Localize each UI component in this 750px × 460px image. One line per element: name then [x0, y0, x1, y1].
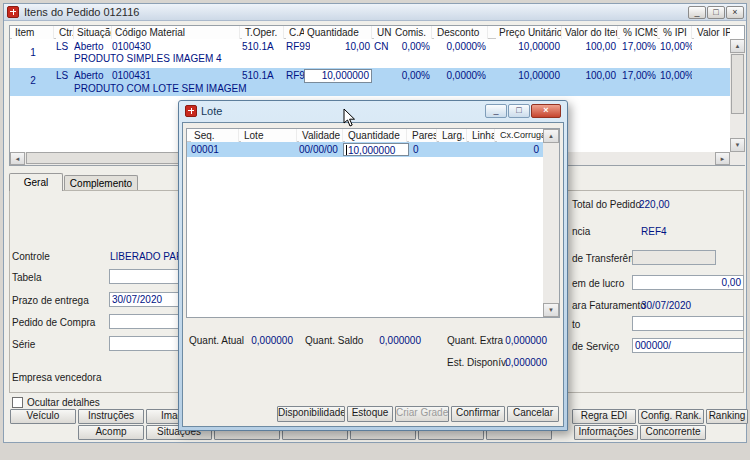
cell-linha [469, 144, 495, 156]
ocultar-detalhes-label: Ocultar detalhes [27, 397, 100, 408]
tabela-input[interactable] [109, 269, 179, 284]
column-header-pares[interactable]: Pares [409, 129, 437, 142]
empresa-vencedora-label: Empresa vencedora [12, 372, 102, 383]
column-header-quantidade[interactable]: Quantidade [304, 26, 372, 39]
column-header-preco[interactable]: Preço Unitário [496, 26, 562, 39]
minimize-button[interactable]: _ [485, 104, 507, 118]
maximize-button[interactable]: □ [707, 6, 725, 19]
grid-row-2-selected[interactable]: 2 LS Aberto 0100431 510.1A RF99 10,00000… [10, 68, 730, 96]
instrucoes-button[interactable]: Instruções [78, 409, 144, 424]
column-header-valor-item[interactable]: Valor do Item [562, 26, 618, 39]
prazo-entrega-input[interactable]: 30/07/2020 [109, 292, 179, 307]
column-header-desconto[interactable]: Desconto [434, 26, 488, 39]
column-header-seq[interactable]: Seq. [191, 129, 239, 142]
cell-icms: 17,00% [620, 41, 658, 53]
concorrente-button[interactable]: Concorrente [640, 425, 706, 440]
tabela-label: Tabela [12, 272, 41, 283]
tab-complemento[interactable]: Complemento [64, 175, 138, 191]
confirmar-button[interactable]: Confirmar [451, 406, 505, 422]
cell-valor-item: 100,00 [562, 70, 618, 82]
column-header-valor-ipi[interactable]: Valor IPI [694, 26, 730, 39]
lote-titlebar[interactable]: Lote _ □ × [179, 101, 567, 122]
minimize-button[interactable]: _ [688, 6, 706, 19]
cell-validade: 00/00/00 [299, 144, 343, 156]
disponibilidade-button[interactable]: Disponibilidade [277, 406, 345, 422]
serie-input[interactable] [109, 336, 179, 351]
column-header-item[interactable]: Item [12, 26, 54, 39]
cell-ipi: 10,00% [660, 70, 692, 82]
scroll-down-icon[interactable]: ▼ [730, 138, 745, 152]
cell-comis: 0,00% [392, 70, 432, 82]
quant-extra-value: 0,000000 [493, 335, 547, 346]
cell-toper: 510.1A [242, 41, 284, 53]
serie-label: Série [12, 339, 35, 350]
cell-desconto: 0,0000% [434, 70, 488, 82]
app-icon [7, 6, 19, 18]
column-header-icms[interactable]: % ICMS [620, 26, 658, 39]
column-header-ipi[interactable]: % IPI [660, 26, 692, 39]
cell-item: 1 [12, 47, 54, 59]
scroll-up-icon[interactable]: ▲ [543, 129, 559, 143]
column-header-toper[interactable]: T.Oper. [242, 26, 284, 39]
cell-seq: 00001 [191, 144, 239, 156]
faturamento-label: ara Faturamento [572, 300, 646, 311]
maximize-button[interactable]: □ [508, 104, 530, 118]
margem-lucro-input[interactable]: 0,00 [632, 275, 744, 290]
controle-value: LIBERADO PARA S [110, 251, 180, 262]
servico-label: de Serviço [572, 341, 619, 352]
to-label: to [572, 319, 580, 330]
acomp-button[interactable]: Acomp [78, 425, 144, 440]
to-input[interactable] [632, 316, 744, 331]
veiculo-button[interactable]: Veículo [10, 409, 76, 424]
close-button[interactable]: × [726, 6, 744, 19]
tab-geral[interactable]: Geral [9, 173, 63, 191]
column-header-comis[interactable]: Comis. [392, 26, 432, 39]
scroll-left-icon[interactable]: ◄ [10, 152, 25, 165]
pedido-compra-label: Pedido de Compra [12, 317, 95, 328]
total-pedido-label: Total do Pedido [572, 199, 641, 210]
grid-vscrollbar[interactable]: ▲ ▼ [730, 39, 745, 152]
scroll-right-icon[interactable]: ► [715, 152, 730, 165]
quant-atual-label: Quant. Atual [189, 335, 244, 346]
vscroll-thumb[interactable] [731, 54, 744, 114]
lote-quantity-editor[interactable]: 10,000000 [343, 143, 409, 156]
column-header-larg[interactable]: Larg. [439, 129, 467, 142]
column-header-cx-corrugadas[interactable]: Cx.Corrugadas [497, 129, 543, 142]
quant-saldo-value: 0,000000 [363, 335, 421, 346]
scroll-down-icon[interactable]: ▼ [543, 303, 559, 317]
cell-preco: 10,00000 [496, 70, 562, 82]
servico-input[interactable]: 000000/ [632, 338, 744, 353]
regra-edi-button[interactable]: Regra EDI [572, 409, 636, 424]
ocultar-detalhes-checkbox[interactable] [12, 397, 23, 408]
cell-larg [439, 144, 467, 156]
faturamento-value: 30/07/2020 [641, 300, 691, 311]
app-icon [185, 105, 197, 117]
transferencia-input[interactable] [632, 250, 716, 265]
config-rank-button[interactable]: Config. Rank. [638, 409, 704, 424]
cell-uni: CN [374, 41, 394, 53]
column-header-ctr[interactable]: Ctr. [56, 26, 74, 39]
quant-atual-value: 0,000000 [243, 335, 293, 346]
column-header-linha[interactable]: Linha [469, 129, 495, 142]
quantity-editor[interactable]: 10,000000 [304, 69, 372, 83]
column-header-codigo[interactable]: Código Material [112, 26, 240, 39]
estoque-button[interactable]: Estoque [347, 406, 393, 422]
close-button[interactable]: × [531, 104, 561, 118]
lote-vscrollbar[interactable]: ▲ ▼ [543, 129, 559, 317]
ranking-button[interactable]: Ranking [706, 409, 748, 424]
main-titlebar[interactable]: Itens do Pedido 012116 _ □ × [4, 4, 746, 21]
scroll-up-icon[interactable]: ▲ [730, 39, 745, 53]
lote-row-selected[interactable]: 00001 00/00/00 10,000000 0 0 [187, 142, 543, 157]
informacoes-button[interactable]: Informações [574, 425, 638, 440]
mouse-cursor [343, 108, 357, 128]
column-header-lote[interactable]: Lote [241, 129, 297, 142]
cancelar-button[interactable]: Cancelar [507, 406, 559, 422]
column-header-quantidade[interactable]: Quantidade [345, 129, 407, 142]
column-header-situacao[interactable]: Situação [74, 26, 112, 39]
cell-icms: 17,00% [620, 70, 658, 82]
cell-quantidade: 10,00 [304, 41, 372, 53]
pedido-compra-input[interactable] [109, 314, 179, 329]
column-header-validade[interactable]: Validade [299, 129, 343, 142]
text-caret [346, 145, 347, 155]
column-header-uni[interactable]: UNI [374, 26, 394, 39]
